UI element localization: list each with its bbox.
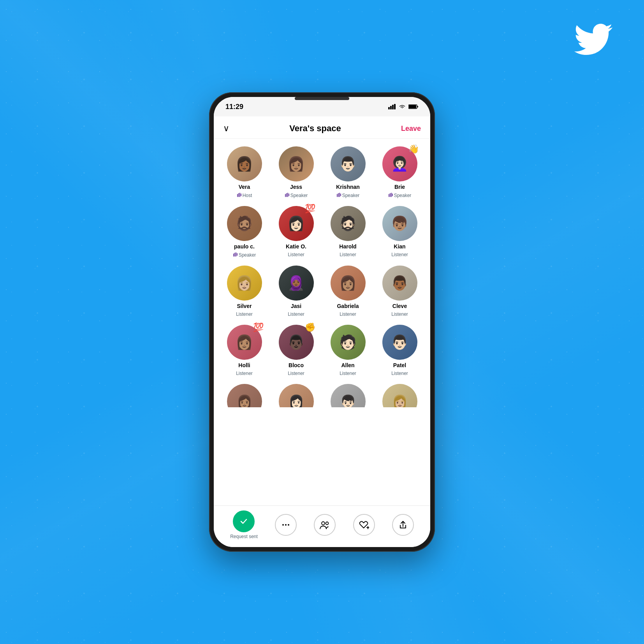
- request-sent-button[interactable]: Request sent: [230, 510, 258, 539]
- participant-holli[interactable]: 👩🏽💯HolliListener: [220, 325, 269, 376]
- svg-rect-23: [233, 253, 234, 257]
- svg-rect-7: [237, 194, 238, 197]
- participant-name: Holli: [238, 362, 250, 368]
- avatar: 🧔🏽: [227, 206, 262, 241]
- participants-grid: 👩🏾Vera Host👩🏽Jess Speaker👨🏻Krishnan Spea…: [220, 146, 424, 376]
- role-label: Speaker: [290, 193, 308, 198]
- participant-gabriela[interactable]: 👩🏽GabrielaListener: [324, 266, 372, 317]
- people-circle: [314, 514, 336, 536]
- svg-rect-8: [238, 193, 239, 197]
- avatar: 👩🏼: [227, 266, 262, 301]
- participant-jess[interactable]: 👩🏽Jess Speaker: [272, 146, 320, 198]
- participant-allen[interactable]: 🧑🏻AllenListener: [324, 325, 372, 376]
- toolbar-icons: Request sent: [222, 510, 422, 539]
- participant-krishnan[interactable]: 👨🏻Krishnan Speaker: [324, 146, 372, 198]
- people-icon: [320, 521, 330, 529]
- svg-rect-16: [338, 193, 339, 197]
- dots-circle: [275, 514, 297, 536]
- avatar-container: 👨🏻: [382, 325, 417, 360]
- share-button[interactable]: [392, 514, 414, 536]
- request-sent-label: Request sent: [230, 534, 258, 539]
- participant-kian[interactable]: 👦🏽KianListener: [375, 206, 424, 258]
- svg-rect-17: [339, 193, 340, 197]
- participant-name: Vera: [239, 184, 250, 190]
- person-avatar: 👦🏽: [382, 206, 417, 241]
- role-label: Listener: [340, 371, 356, 376]
- participant-bloco[interactable]: 👨🏿✊BlocoListener: [272, 325, 320, 376]
- participant-role: Speaker: [388, 192, 412, 198]
- avatar-container: 👩🏽: [227, 384, 262, 407]
- role-label: Listener: [236, 371, 253, 376]
- participant-role: Listener: [288, 252, 304, 257]
- participant-paulo-c-[interactable]: 🧔🏽paulo c. Speaker: [220, 206, 269, 258]
- participant-cleve[interactable]: 👨🏾CleveListener: [375, 266, 424, 317]
- check-icon: [239, 517, 248, 526]
- avatar-container: 👩🏼: [382, 384, 417, 407]
- role-label: Listener: [236, 311, 253, 317]
- participant-name: Harold: [339, 243, 356, 250]
- follow-button[interactable]: [353, 514, 375, 536]
- avatar-container: 👩🏽💯: [227, 325, 262, 360]
- participant-harold[interactable]: 🧔🏻HaroldListener: [324, 206, 372, 258]
- participant-role: Listener: [340, 371, 356, 376]
- participant-katie-o-[interactable]: 👩🏻💯Katie O.Listener: [272, 206, 320, 258]
- partial-participant-0: 👩🏽: [220, 384, 269, 407]
- svg-rect-3: [394, 104, 396, 109]
- svg-rect-15: [337, 194, 338, 197]
- avatar-container: 🧑🏻: [331, 325, 366, 360]
- participant-vera[interactable]: 👩🏾Vera Host: [220, 146, 269, 198]
- svg-rect-24: [234, 253, 235, 257]
- mic-icon: [233, 252, 238, 258]
- participant-role: Listener: [340, 311, 356, 317]
- role-label: Host: [243, 193, 252, 198]
- participant-patel[interactable]: 👨🏻PatelListener: [375, 325, 424, 376]
- participant-name: Brie: [394, 184, 405, 190]
- svg-rect-18: [340, 194, 341, 196]
- mic-icon: [388, 192, 393, 198]
- participant-name: paulo c.: [234, 243, 255, 250]
- signal-icon: [388, 104, 396, 109]
- person-avatar: 🧔🏻: [331, 206, 366, 241]
- participant-name: Bloco: [289, 362, 304, 368]
- heart-plus-icon: [359, 520, 369, 530]
- participant-jasi[interactable]: 🧕🏾JasiListener: [272, 266, 320, 317]
- participant-role: Listener: [236, 311, 253, 317]
- participant-role: Listener: [340, 252, 356, 257]
- partial-participant-3: 👩🏼: [375, 384, 424, 407]
- avatar-container: 👩🏽: [279, 146, 314, 181]
- avatar: 👦🏽: [382, 206, 417, 241]
- svg-rect-11: [285, 194, 286, 197]
- svg-rect-10: [241, 194, 241, 196]
- participant-brie[interactable]: 👩🏻‍🦱👋Brie Speaker: [375, 146, 424, 198]
- emoji-badge: ✊: [305, 323, 315, 332]
- header: ∨ Vera's space Leave: [214, 116, 430, 139]
- person-avatar: 🧕🏾: [279, 266, 314, 301]
- leave-button[interactable]: Leave: [401, 125, 421, 133]
- role-label: Listener: [340, 311, 356, 317]
- person-avatar: 👩🏼: [227, 266, 262, 301]
- participant-silver[interactable]: 👩🏼SilverListener: [220, 266, 269, 317]
- svg-rect-26: [237, 253, 238, 256]
- person-avatar: 👩🏽: [279, 146, 314, 181]
- mic-icon: [285, 192, 289, 198]
- role-label: Listener: [391, 252, 408, 257]
- people-button[interactable]: [314, 514, 336, 536]
- participant-role: Speaker: [336, 192, 360, 198]
- avatar: 👨🏻: [331, 146, 366, 181]
- svg-rect-1: [390, 106, 392, 109]
- avatar: 👩🏻: [279, 384, 314, 407]
- person-avatar: 🧑🏻: [331, 325, 366, 360]
- emoji-badge: 💯: [253, 323, 264, 332]
- avatar-container: 👩🏻: [279, 384, 314, 407]
- participant-role: Listener: [236, 371, 253, 376]
- avatar-container: 👦🏽: [382, 206, 417, 241]
- participant-name: Patel: [393, 362, 406, 368]
- avatar: 👩🏼: [382, 384, 417, 407]
- reactions-button[interactable]: [275, 514, 297, 536]
- back-chevron[interactable]: ∨: [223, 123, 229, 134]
- participant-name: Jess: [290, 184, 302, 190]
- svg-rect-25: [236, 252, 236, 257]
- role-label: Listener: [340, 252, 356, 257]
- avatar-container: 🧕🏾: [279, 266, 314, 301]
- avatar-container: 👨🏿✊: [279, 325, 314, 360]
